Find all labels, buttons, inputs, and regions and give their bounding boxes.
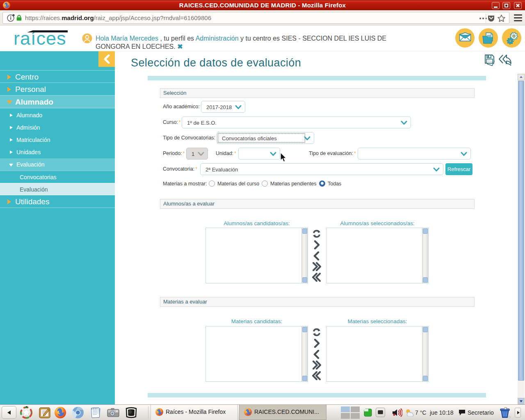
workspace-2[interactable]	[351, 406, 360, 412]
scroll-down-button[interactable]	[302, 277, 307, 283]
workspace-3[interactable]	[341, 413, 350, 419]
sidebar-item-centro[interactable]: Centro	[0, 70, 115, 83]
radio-label-todas[interactable]: Todas	[328, 181, 341, 187]
sidebar-item-unidades[interactable]: Unidades	[0, 146, 115, 158]
text-editor-icon[interactable]	[38, 406, 51, 419]
display-icon	[378, 410, 383, 414]
sidebar-item-convocatorias[interactable]: Convocatorias	[0, 171, 115, 183]
undo-icon[interactable]	[499, 54, 512, 66]
bookmark-star-icon[interactable]	[497, 14, 506, 23]
scroll-down-button[interactable]	[302, 376, 307, 381]
workspace-1[interactable]	[341, 406, 350, 412]
mail-button[interactable]	[455, 28, 475, 48]
sidebar-item-matriculacion[interactable]: Matriculación	[0, 134, 115, 146]
volume-icon[interactable]	[392, 408, 402, 418]
tipo-convocatorias-select[interactable]: Convocatorias oficiales	[217, 132, 314, 144]
alumnos-candidatos-listbox[interactable]	[205, 228, 308, 283]
firefox-icon[interactable]	[54, 406, 67, 419]
greeting-user-link[interactable]: Hola María Mercedes	[96, 35, 158, 42]
pocket-icon[interactable]	[487, 14, 495, 22]
anio-academico-select[interactable]: 2017-2018	[201, 101, 245, 113]
url-bar[interactable]: https://raices.madrid.org/raiz_app/jsp/A…	[2, 12, 509, 24]
settings-button[interactable]	[502, 28, 521, 48]
documents-button[interactable]	[479, 28, 498, 48]
weather-icon[interactable]	[405, 409, 414, 416]
sidebar-item-alumnado[interactable]: Alumnado	[0, 96, 115, 108]
unidad-select[interactable]	[238, 148, 280, 160]
sidebar-item-evaluacion[interactable]: Evaluación	[0, 158, 115, 171]
radio-todas[interactable]	[319, 180, 325, 187]
move-all-left-icon[interactable]	[311, 273, 322, 282]
scrollbar-down-button[interactable]	[518, 398, 525, 404]
https-lock-icon[interactable]	[16, 14, 23, 21]
gear-icon	[505, 32, 519, 45]
sidebar-item-admision[interactable]: Admisión	[0, 121, 115, 134]
materias-seleccionadas-listbox[interactable]	[326, 326, 429, 382]
chromium-icon[interactable]	[71, 406, 84, 419]
workspace-4[interactable]	[351, 413, 360, 419]
scroll-up-button[interactable]	[302, 327, 307, 332]
scrollbar-thumb[interactable]	[518, 81, 524, 381]
center-close-icon[interactable]: ✖	[177, 43, 183, 50]
tray-notes-icon[interactable]	[364, 409, 372, 417]
taskbar-window-raices-ced[interactable]: RAICES.CED.COMUNI...	[239, 405, 326, 420]
clock[interactable]: jue 10:18	[430, 409, 454, 416]
curso-select[interactable]: 1º de E.S.O.	[182, 116, 411, 128]
listbox-scrollbar[interactable]	[422, 228, 428, 283]
user-avatar-icon[interactable]	[82, 33, 92, 43]
maximize-button[interactable]	[502, 2, 510, 9]
greeting-profile-link[interactable]: Administración	[196, 35, 239, 42]
scroll-up-button[interactable]	[423, 327, 428, 332]
move-all-left-icon[interactable]	[311, 371, 322, 380]
url-text[interactable]: https://raices.madrid.org/raiz_app/jsp/A…	[25, 14, 211, 21]
radio-label-materias-pendientes[interactable]: Materias pendientes	[270, 181, 317, 187]
radio-materias-del-curso[interactable]	[209, 180, 215, 187]
trash-icon[interactable]	[499, 406, 511, 419]
panel-expand-button[interactable]	[515, 408, 521, 418]
move-all-right-icon[interactable]	[311, 361, 322, 370]
minimize-button[interactable]	[492, 2, 500, 9]
materias-candidatas-listbox[interactable]	[205, 326, 308, 382]
taskbar-window-raices[interactable]: Raíces - Mozilla Firefox	[151, 405, 238, 420]
sidebar-item-evaluacion-leaf[interactable]: Evaluación	[0, 183, 115, 195]
site-info-icon[interactable]	[7, 14, 15, 22]
convocatoria-select[interactable]: 2ª Evaluación	[200, 163, 443, 175]
sidebar-item-utilidades[interactable]: Utilidades	[0, 195, 115, 208]
radio-materias-pendientes[interactable]	[262, 180, 268, 187]
refrescar-button[interactable]: Refrescar	[445, 163, 472, 175]
scroll-up-button[interactable]	[302, 228, 307, 234]
tipo-evaluacion-select[interactable]	[358, 148, 471, 160]
refresh-icon[interactable]	[311, 229, 322, 238]
media-app-icon[interactable]	[125, 406, 138, 419]
move-left-icon[interactable]	[311, 350, 322, 359]
listbox-scrollbar[interactable]	[301, 228, 308, 283]
listbox-scrollbar[interactable]	[301, 326, 308, 381]
scroll-up-button[interactable]	[423, 228, 428, 234]
workspace-pager[interactable]	[341, 406, 360, 419]
tray-display-button[interactable]	[376, 408, 385, 417]
page-scrollbar[interactable]	[518, 74, 525, 404]
move-all-right-icon[interactable]	[311, 262, 322, 271]
launcher-menu-icon[interactable]	[20, 406, 33, 419]
sidebar-item-alumnado-sub[interactable]: Alumnado	[0, 109, 115, 121]
move-left-icon[interactable]	[311, 251, 322, 260]
screenshot-camera-icon[interactable]	[107, 406, 120, 419]
move-right-icon[interactable]	[311, 240, 322, 249]
menu-hamburger-icon[interactable]	[514, 14, 522, 22]
scroll-down-button[interactable]	[423, 277, 428, 283]
sidebar-item-personal[interactable]: Personal	[0, 83, 115, 96]
save-icon[interactable]	[484, 54, 496, 66]
listbox-scrollbar[interactable]	[422, 326, 428, 381]
move-right-icon[interactable]	[311, 339, 322, 348]
close-button[interactable]	[514, 2, 522, 9]
sidebar-collapse-button[interactable]	[98, 51, 115, 67]
page-actions-ellipsis-icon[interactable]	[479, 18, 481, 19]
scrollbar-up-button[interactable]	[518, 74, 525, 80]
alumnos-seleccionados-listbox[interactable]	[326, 228, 429, 283]
radio-label-materias-del-curso[interactable]: Materias del curso	[217, 181, 259, 187]
chat-bubble-icon[interactable]	[458, 409, 466, 416]
panel-hide-button[interactable]	[2, 406, 16, 419]
refresh-icon[interactable]	[311, 328, 322, 337]
notes-icon[interactable]	[89, 406, 102, 419]
scroll-down-button[interactable]	[423, 376, 428, 381]
